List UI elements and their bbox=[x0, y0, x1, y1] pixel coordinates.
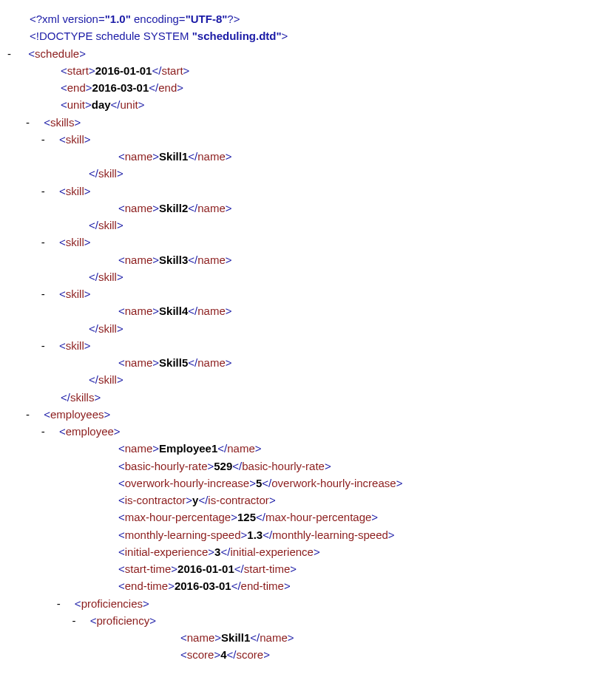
skill-open[interactable]: - <skill> bbox=[7, 285, 609, 302]
schedule-open[interactable]: - <schedule> bbox=[7, 45, 609, 62]
employees-open[interactable]: - <employees> bbox=[7, 406, 609, 423]
proficiency-score: <score>4</score> bbox=[7, 646, 609, 663]
skill-open[interactable]: - <skill> bbox=[7, 131, 609, 148]
end-element: <end>2016-03-01</end> bbox=[7, 79, 609, 96]
employee-open[interactable]: - <employee> bbox=[7, 423, 609, 440]
skill-name: <name>Skill1</name> bbox=[7, 148, 609, 165]
proficiency-name: <name>Skill1</name> bbox=[7, 629, 609, 646]
skill-close: </skill> bbox=[7, 165, 609, 182]
skill-name: <name>Skill3</name> bbox=[7, 251, 609, 268]
xml-declaration: <?xml version="1.0" encoding="UTF-8"?> bbox=[7, 10, 609, 27]
employee-name: <name>Employee1</name> bbox=[7, 440, 609, 457]
max-hour-percentage: <max-hour-percentage>125</max-hour-perce… bbox=[7, 509, 609, 526]
end-time: <end-time>2016-03-01</end-time> bbox=[7, 577, 609, 594]
skill-close: </skill> bbox=[7, 217, 609, 234]
skills-close: </skills> bbox=[7, 389, 609, 406]
skill-name: <name>Skill5</name> bbox=[7, 354, 609, 371]
toggle-dash[interactable]: - bbox=[72, 612, 87, 629]
toggle-dash[interactable]: - bbox=[57, 595, 72, 612]
toggle-dash[interactable]: - bbox=[41, 423, 56, 440]
toggle-dash[interactable]: - bbox=[41, 234, 56, 251]
monthly-learning-speed: <monthly-learning-speed>1.3</monthly-lea… bbox=[7, 526, 609, 543]
initial-experience: <initial-experience>3</initial-experienc… bbox=[7, 543, 609, 560]
skill-close: </skill> bbox=[7, 371, 609, 388]
skill-open[interactable]: - <skill> bbox=[7, 183, 609, 200]
toggle-dash[interactable]: - bbox=[41, 183, 56, 200]
skill-close: </skill> bbox=[7, 268, 609, 285]
proficiencies-open[interactable]: - <proficiencies> bbox=[7, 595, 609, 612]
skills-open[interactable]: - <skills> bbox=[7, 114, 609, 131]
skill-name: <name>Skill4</name> bbox=[7, 302, 609, 319]
toggle-dash[interactable]: - bbox=[26, 114, 41, 131]
start-time: <start-time>2016-01-01</start-time> bbox=[7, 560, 609, 577]
start-element: <start>2016-01-01</start> bbox=[7, 62, 609, 79]
toggle-dash[interactable]: - bbox=[41, 131, 56, 148]
xml-tree-view: <?xml version="1.0" encoding="UTF-8"?> <… bbox=[7, 10, 609, 664]
skill-name: <name>Skill2</name> bbox=[7, 200, 609, 217]
proficiency-open[interactable]: - <proficiency> bbox=[7, 612, 609, 629]
toggle-dash[interactable]: - bbox=[41, 285, 56, 302]
overwork-hourly-increase: <overwork-hourly-increase>5</overwork-ho… bbox=[7, 475, 609, 492]
toggle-dash[interactable]: - bbox=[41, 337, 56, 354]
skill-open[interactable]: - <skill> bbox=[7, 234, 609, 251]
toggle-dash[interactable]: - bbox=[7, 45, 22, 62]
basic-hourly-rate: <basic-hourly-rate>529</basic-hourly-rat… bbox=[7, 458, 609, 475]
unit-element: <unit>day</unit> bbox=[7, 96, 609, 113]
doctype-declaration: <!DOCTYPE schedule SYSTEM "scheduling.dt… bbox=[7, 27, 609, 44]
toggle-dash[interactable]: - bbox=[26, 406, 41, 423]
is-contractor: <is-contractor>y</is-contractor> bbox=[7, 492, 609, 509]
skill-open[interactable]: - <skill> bbox=[7, 337, 609, 354]
skill-close: </skill> bbox=[7, 320, 609, 337]
